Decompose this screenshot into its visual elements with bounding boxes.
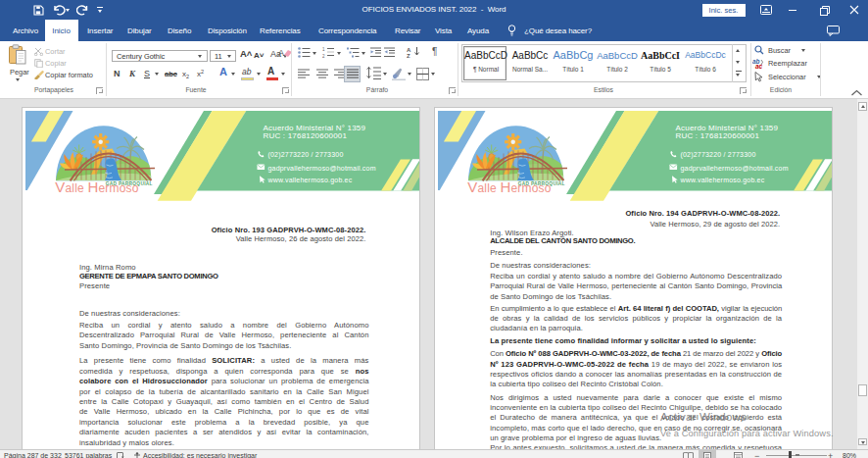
svg-text:A: A <box>407 47 411 53</box>
svg-text:1: 1 <box>322 47 325 52</box>
svg-text:2: 2 <box>322 54 325 59</box>
svg-text:Z: Z <box>407 53 410 58</box>
